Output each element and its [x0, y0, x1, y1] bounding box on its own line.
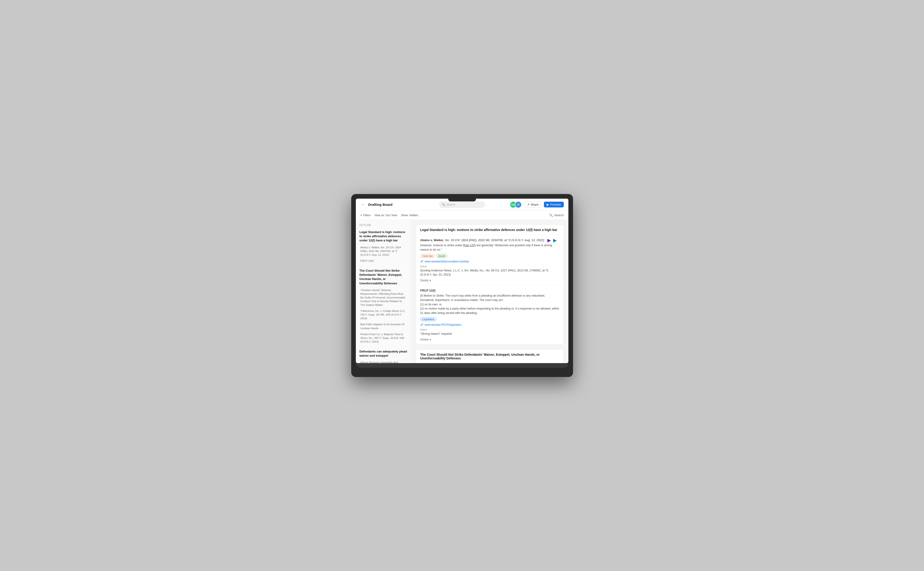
sidebar-item-waiver[interactable]: Waiver Requires Voluntarily And Intentio…: [358, 360, 408, 363]
abdou-citation: Abdou v. Walker, No. 19 CIV. 1824 (PAE),…: [420, 238, 559, 242]
abdou-link[interactable]: www.weslaw/abdouvwalker/caselaw: [425, 260, 469, 263]
frcp-notes-text: "Strong reason" required: [420, 332, 559, 336]
preview-button[interactable]: ▶ Preview: [544, 202, 564, 207]
top-bar-left: ← Drafting Board: [360, 202, 392, 208]
toolbar-left: ≡ Filters View as: Doc View Show: Hidden: [360, 214, 418, 217]
sidebar-section-1: Legal Standard is high: motions to strik…: [358, 229, 408, 264]
top-bar-right: GE JT ↗ Share ▶ Preview: [510, 201, 564, 208]
toolbar: ≡ Filters View as: Doc View Show: Hidden…: [356, 211, 569, 220]
abdou-citation-rest: No. 19 CIV. 1824 (PAE), 2022 WL 3334700,…: [445, 238, 544, 242]
toolbar-search-icon: 🔍: [549, 213, 553, 217]
sidebar-item-frcp[interactable]: FRCP 12(f): [358, 258, 408, 264]
abdou-link-row: 🔗 www.weslaw/abdouvwalker/caselaw: [420, 260, 559, 263]
search-icon: 🔍: [442, 203, 445, 206]
outline-label: Outline: [358, 224, 408, 226]
frcp-citation-name: FRCP 12(f): [420, 289, 436, 292]
chevron-down-icon: ▾: [430, 279, 431, 282]
abdou-badge-row: Case law Quote: [420, 254, 559, 258]
section-card-2: The Court Should Not Strike Defendants' …: [416, 349, 564, 363]
sidebar-item-bad-faith[interactable]: Bad Faith Litigation Is An Example Of Un…: [358, 321, 408, 331]
sidebar-section-2: The Court Should Not Strike Defendants' …: [358, 267, 408, 344]
cursor-teal: ▶: [553, 238, 556, 243]
badge-caselaw: Case law: [420, 254, 435, 258]
laptop-base: [356, 363, 569, 368]
section-card-1: Legal Standard is high: motions to strik…: [416, 225, 564, 345]
sidebar-item-abdou[interactable]: Abdou v. Walker, No. 19 CIV. 1824 (PAE),…: [358, 245, 408, 258]
frcp-citation: FRCP 12(f): [420, 289, 559, 292]
evidence-block-abdou: Abdou v. Walker, No. 19 CIV. 1824 (PAE),…: [416, 235, 564, 286]
share-button[interactable]: ↗ Share: [524, 201, 542, 208]
badge-legislation: Legislation: [420, 317, 437, 321]
frcp-link-icon: 🔗: [420, 323, 423, 326]
main-content: Legal Standard is high: motions to strik…: [411, 220, 569, 363]
back-button[interactable]: ←: [360, 202, 366, 208]
frcp-badge-row: Legislation: [420, 317, 559, 321]
sidebar-item-unclean-hands[interactable]: "Unclean Hands" Defense Requirements: Of…: [358, 287, 408, 308]
frcp-text: (f) Motion to Strike. The court may stri…: [420, 293, 559, 315]
badge-quote: Quote: [436, 254, 447, 258]
link-icon: 🔗: [420, 260, 423, 263]
app-body: Outline Legal Standard is high: motions …: [356, 220, 569, 363]
search-placeholder: Search: [447, 203, 456, 206]
sidebar-heading-2[interactable]: The Court Should Not Strike Defendants' …: [358, 267, 408, 287]
evidence-block-frcp: FRCP 12(f) (f) Motion to Strike. The cou…: [416, 286, 564, 344]
sidebar-section-3: Defendants can adequately plead waiver a…: [358, 348, 408, 363]
cursor-purple: ▶: [547, 238, 551, 243]
frcp-notes-label: Notes: [420, 328, 559, 331]
chevron-down-icon-2: ▾: [430, 338, 431, 341]
cursor-indicators: ▶ ▶: [547, 238, 556, 243]
abdou-notes-label: Notes: [420, 265, 559, 268]
abdou-details-toggle[interactable]: Details ▾: [420, 279, 559, 282]
sidebar-item-tufamerica[interactable]: TufAmerica, Inc. v. Codigo Music LLC, 16…: [358, 308, 408, 321]
section-1-header: Legal Standard is high: motions to strik…: [416, 225, 564, 235]
avatar-jt: JT: [515, 201, 522, 208]
sidebar-heading-3[interactable]: Defendants can adequately plead waiver a…: [358, 348, 408, 359]
abdou-notes-text: Quoting Anderson News, L.L.C. v. Am. Med…: [420, 269, 559, 277]
top-search-bar[interactable]: 🔍 Search: [439, 201, 485, 208]
show-hidden-button[interactable]: Show: Hidden: [401, 214, 418, 217]
frcp-link[interactable]: www.weslaw.FRCP/legislation: [425, 323, 462, 326]
frcp-details-toggle[interactable]: Details ▾: [420, 338, 559, 341]
view-button[interactable]: View as: Doc View: [374, 214, 397, 217]
abdou-text: However, motions to strike under Rule 12…: [420, 243, 559, 252]
section-2-header: The Court Should Not Strike Defendants' …: [416, 349, 564, 363]
filters-button[interactable]: ≡ Filters: [360, 214, 371, 217]
avatar-group: GE JT: [510, 201, 522, 208]
filter-icon: ≡: [360, 214, 362, 217]
abdou-citation-name: Abdou v. Walker: [420, 238, 443, 242]
sidebar-item-perfect-pearl[interactable]: Perfect Pearl Co. v. Majestic Pearl & St…: [358, 332, 408, 344]
page-title: Drafting Board: [368, 202, 392, 207]
share-icon: ↗: [527, 203, 530, 206]
frcp-link-row: 🔗 www.weslaw.FRCP/legislation: [420, 323, 559, 326]
top-bar-center: 🔍 Search: [439, 201, 485, 208]
sidebar: Outline Legal Standard is high: motions …: [356, 220, 411, 363]
preview-icon: ▶: [547, 203, 549, 206]
toolbar-search[interactable]: 🔍 Search: [549, 213, 564, 217]
sidebar-heading-1[interactable]: Legal Standard is high: motions to strik…: [358, 229, 408, 244]
